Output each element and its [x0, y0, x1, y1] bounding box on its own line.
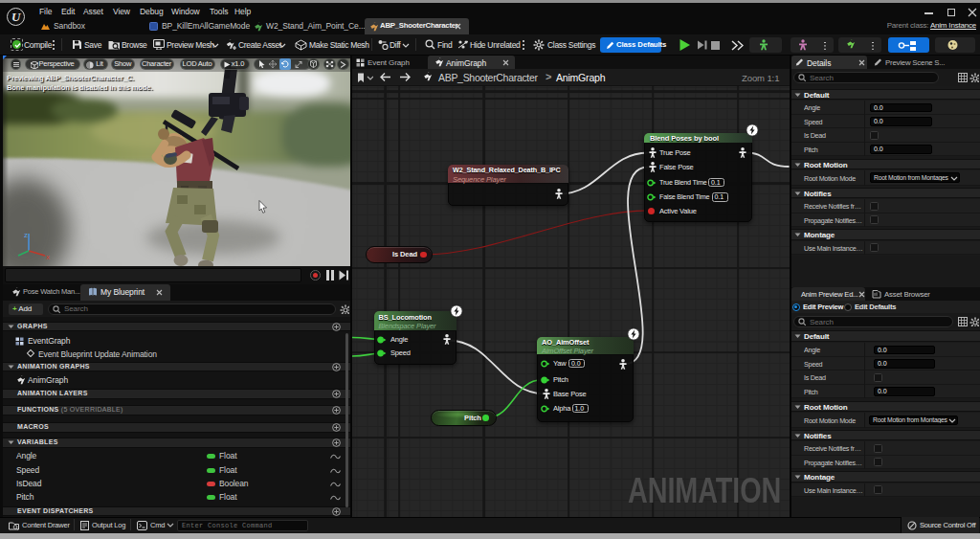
svg-text:x: x — [46, 253, 50, 260]
svg-text:z: z — [24, 231, 28, 239]
